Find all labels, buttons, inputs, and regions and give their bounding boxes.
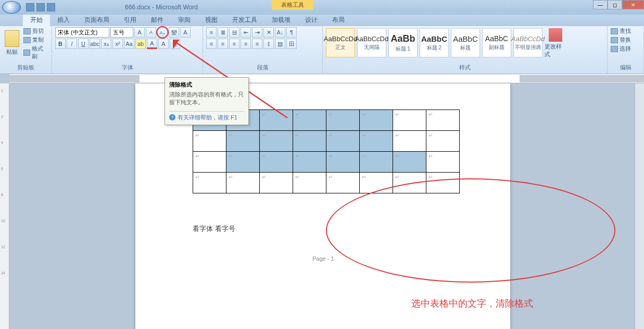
replace-button[interactable]: 替换	[611, 36, 631, 44]
style-heading1[interactable]: AaBb标题 1	[388, 28, 418, 57]
borders-button[interactable]: 田	[286, 39, 297, 49]
table-cell[interactable]	[293, 152, 326, 173]
align-left-button[interactable]: ≡	[206, 39, 217, 49]
tab-devtools[interactable]: 开发工具	[225, 14, 264, 26]
table-cell[interactable]	[360, 173, 393, 193]
change-styles-button[interactable]: 更改样式	[545, 28, 566, 58]
qat-save-icon[interactable]	[26, 3, 34, 11]
table-cell[interactable]	[426, 173, 460, 193]
superscript-button[interactable]: x²	[112, 39, 123, 49]
table-cell[interactable]	[426, 152, 460, 173]
table-cell[interactable]	[226, 131, 260, 152]
table-cell[interactable]	[360, 152, 393, 173]
select-button[interactable]: 选择	[611, 45, 631, 53]
phonetic-guide-button[interactable]: 變	[169, 27, 179, 38]
change-case-button[interactable]: Aa	[124, 39, 134, 49]
cut-button[interactable]: 剪切	[23, 27, 48, 35]
bold-button[interactable]: B	[55, 39, 66, 49]
align-center-button[interactable]: ≡	[218, 39, 228, 49]
justify-button[interactable]: ≡	[241, 39, 251, 49]
asian-layout-button[interactable]: ✕	[263, 27, 274, 38]
body-text-line[interactable]: 看字体 看字号	[193, 224, 235, 234]
tab-insert[interactable]: 插入	[50, 14, 77, 26]
table-cell[interactable]	[326, 131, 360, 152]
tab-references[interactable]: 引用	[117, 14, 144, 26]
increase-indent-button[interactable]: ⇥	[252, 27, 262, 38]
table-cell[interactable]	[226, 173, 260, 193]
table-cell[interactable]	[260, 173, 293, 193]
horizontal-ruler[interactable]	[9, 74, 644, 83]
table-cell[interactable]	[193, 152, 226, 173]
table-cell[interactable]	[326, 152, 360, 173]
strike-button[interactable]: abc	[90, 39, 100, 49]
tab-tablelayout[interactable]: 布局	[325, 14, 352, 26]
show-marks-button[interactable]: ¶	[286, 27, 297, 38]
enclose-chars-button[interactable]: ㊕	[170, 39, 180, 49]
table-cell[interactable]	[426, 131, 460, 152]
vertical-ruler[interactable]: 1246 8101214	[0, 83, 9, 329]
tab-addins[interactable]: 加载项	[264, 14, 298, 26]
tab-home[interactable]: 开始	[23, 14, 50, 26]
underline-button[interactable]: U	[78, 39, 89, 49]
table-cell[interactable]	[393, 173, 426, 193]
style-subtle[interactable]: AaBbCcDd不明显强调	[513, 28, 542, 57]
qat-redo-icon[interactable]	[47, 3, 55, 11]
font-size-combo[interactable]: 五号	[110, 27, 133, 38]
distribute-button[interactable]: ≡	[252, 39, 262, 49]
shrink-font-button[interactable]: A	[146, 27, 156, 38]
style-subtitle[interactable]: AaBbC副标题	[482, 28, 511, 57]
line-spacing-button[interactable]: ‡	[263, 39, 274, 49]
character-border-button[interactable]: A	[180, 27, 191, 38]
table-cell[interactable]	[360, 110, 393, 131]
office-button[interactable]	[2, 1, 21, 14]
table-cell[interactable]	[226, 152, 260, 173]
close-button[interactable]: ✕	[622, 0, 644, 9]
style-normal[interactable]: AaBbCcDd正文	[326, 28, 355, 57]
grow-font-button[interactable]: A	[134, 27, 145, 38]
maximize-button[interactable]: ◻	[608, 0, 622, 9]
shading-button[interactable]: ▨	[275, 39, 285, 49]
clear-formatting-button[interactable]: Aₓ	[157, 27, 168, 38]
numbering-button[interactable]: ≣	[218, 27, 228, 38]
find-button[interactable]: 查找	[611, 27, 631, 35]
table-cell[interactable]	[426, 110, 460, 131]
table-cell[interactable]	[260, 152, 293, 173]
tab-mailings[interactable]: 邮件	[144, 14, 171, 26]
table-cell[interactable]	[360, 131, 393, 152]
style-heading2[interactable]: AaBbC标题 2	[420, 28, 449, 57]
paste-button[interactable]: 粘贴	[3, 27, 21, 58]
tab-layout[interactable]: 页面布局	[77, 14, 117, 26]
table-cell[interactable]	[393, 152, 426, 173]
table-cell[interactable]	[193, 131, 226, 152]
style-nospacing[interactable]: AaBbCcDd无间隔	[357, 28, 386, 57]
table-cell[interactable]	[293, 173, 326, 193]
bullets-button[interactable]: ≡	[206, 27, 217, 38]
minimize-button[interactable]: —	[593, 0, 608, 9]
font-color-button[interactable]: A	[147, 39, 157, 49]
sort-button[interactable]: A↓	[275, 27, 285, 38]
copy-button[interactable]: 复制	[23, 36, 48, 44]
align-right-button[interactable]: ≡	[229, 39, 239, 49]
style-title[interactable]: AaBbC标题	[451, 28, 480, 57]
tab-design[interactable]: 设计	[298, 14, 325, 26]
table-cell[interactable]	[326, 110, 360, 131]
highlight-button[interactable]: ab	[135, 39, 146, 49]
subscript-button[interactable]: x₂	[101, 39, 111, 49]
table-cell[interactable]	[326, 173, 360, 193]
tab-view[interactable]: 视图	[198, 14, 225, 26]
table-cell[interactable]	[393, 110, 426, 131]
font-name-combo[interactable]: 宋体 (中文正文)	[55, 27, 109, 38]
table-cell[interactable]	[293, 110, 326, 131]
tab-review[interactable]: 审阅	[171, 14, 198, 26]
table-cell[interactable]	[260, 131, 293, 152]
table-cell[interactable]	[260, 110, 293, 131]
qat-undo-icon[interactable]	[36, 3, 45, 11]
format-painter-button[interactable]: 格式刷	[23, 45, 48, 60]
table-cell[interactable]	[293, 131, 326, 152]
table-cell[interactable]	[393, 131, 426, 152]
italic-button[interactable]: I	[67, 39, 77, 49]
vertical-scrollbar[interactable]	[635, 83, 644, 329]
character-shading-button[interactable]: A	[158, 39, 169, 49]
multilevel-button[interactable]: ⊟	[229, 27, 239, 38]
table-cell[interactable]	[193, 173, 226, 193]
